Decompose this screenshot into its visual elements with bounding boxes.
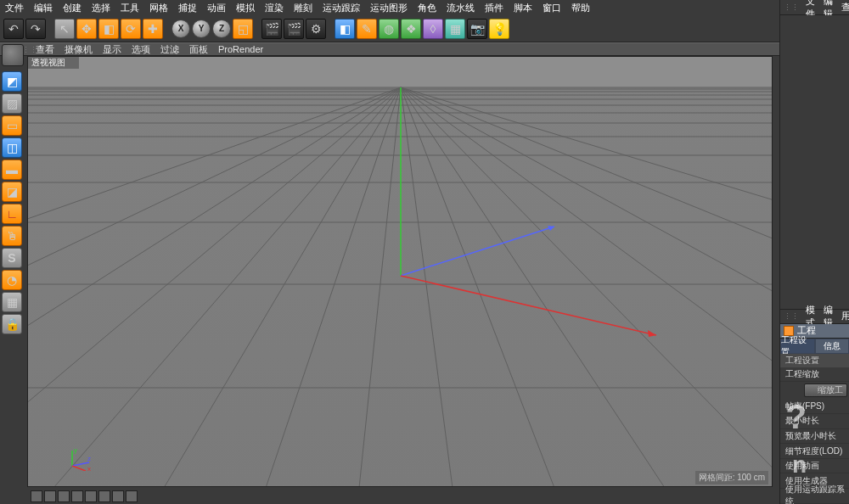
grip-icon: ⋮⋮ [25,44,34,56]
menu-edit[interactable]: 编辑 [32,2,54,14]
menu-render[interactable]: 渲染 [263,2,285,14]
object-manager-tabs: ⋮⋮ 文件 编辑 查 [780,0,849,15]
menu-file[interactable]: 文件 [3,2,25,14]
row-use-anim[interactable]: 使用动画 [780,459,849,474]
light-button[interactable]: 💡 [489,19,509,39]
make-editable-icon[interactable] [2,44,24,66]
render-settings-button[interactable]: ⚙ [306,19,326,39]
menu-character[interactable]: 角色 [416,2,438,14]
timeline-btn-7[interactable] [112,490,124,502]
workplane-button[interactable]: ▭ [2,115,22,136]
svg-line-39 [72,466,86,471]
y-axis-toggle[interactable]: Y [192,20,211,38]
model-mode-button[interactable]: ◩ [2,71,22,92]
timeline-btn-5[interactable] [85,490,97,502]
locked-workplane-button[interactable]: ▦ [2,292,22,312]
attribute-manager-tabs: ⋮⋮ 模式 编辑 用 [780,309,849,324]
scale-project-button[interactable]: 缩放工 [804,384,847,397]
render-view-button[interactable]: 🎬 [261,19,282,39]
axis-gizmo: y x z [67,445,93,471]
z-axis-toggle[interactable]: Z [212,20,231,38]
main-toolbar: ↶ ↷ ↖ ✥ ◧ ⟳ ✚ X Y Z ◱ 🎬 🎬 ⚙ ◧ ✎ ◍ ❖ ◊ ▦ … [0,15,849,42]
watermark-n-icon: n [792,451,807,479]
tab-info[interactable]: 信息 [815,339,850,354]
viewmenu-display[interactable]: 显示 [103,43,121,56]
viewport-solo-button[interactable]: 🔒 [2,314,22,334]
svg-text:z: z [87,455,91,462]
live-select-tool[interactable]: ↖ [54,19,75,39]
redo-button[interactable]: ↷ [25,19,46,39]
attribute-section-header: 工程设置 [780,354,849,367]
watermark-question-icon: ? [786,398,807,436]
move-tool[interactable]: ✥ [76,19,97,39]
pen-tool-button[interactable]: ✎ [357,19,377,39]
viewmenu-filter[interactable]: 过滤 [160,43,179,56]
snap-toggle-button[interactable]: S [2,248,22,268]
menu-tools[interactable]: 工具 [119,2,141,14]
row-project-scale: 工程缩放 [780,367,849,383]
scale-tool[interactable]: ◧ [98,19,119,39]
menu-mesh[interactable]: 网格 [148,2,170,14]
viewmenu-prorender[interactable]: ProRender [218,44,263,54]
menu-snap[interactable]: 捕捉 [177,2,199,14]
viewmenu-options[interactable]: 选项 [132,43,150,56]
viewport-menu-bar: ⋮⋮ 查看 摄像机 显示 选项 过滤 面板 ProRender [0,42,849,56]
menu-help[interactable]: 帮助 [570,2,592,14]
environment-button[interactable]: ▦ [445,19,465,39]
menu-script[interactable]: 脚本 [512,2,534,14]
polygon-mode-button[interactable]: ◪ [2,182,22,202]
render-pv-button[interactable]: 🎬 [284,19,304,39]
svg-text:x: x [87,465,91,471]
nurbs-button[interactable]: ◍ [379,19,399,39]
undo-button[interactable]: ↶ [3,19,24,39]
coord-system-button[interactable]: ◱ [233,19,253,39]
edge-mode-button[interactable]: ▬ [2,160,22,180]
tab-project-settings[interactable]: 工程设置 [780,339,815,354]
attribute-subtabs: 工程设置 信息 [780,339,849,354]
obj-tab-view[interactable]: 查 [841,1,849,14]
object-manager-area[interactable] [780,15,849,309]
generator-button[interactable]: ❖ [401,19,421,39]
viewport-name-label: 透视视图 [31,58,65,67]
last-tool[interactable]: ✚ [143,19,163,39]
timeline-btn-8[interactable] [126,490,138,502]
row-use-motionsys[interactable]: 使用运动跟踪系统 [780,489,849,504]
main-menu-bar: 文件 编辑 创建 选择 工具 网格 捕捉 动画 模拟 渲染 雕刻 运动跟踪 运动… [0,0,849,15]
timeline-btn-3[interactable] [58,490,70,502]
rotate-tool[interactable]: ⟳ [121,19,141,39]
menu-simulate[interactable]: 模拟 [234,2,256,14]
left-tool-palette: ◩ ▨ ▭ ◫ ▬ ◪ ∟ 🖱 S ◔ ▦ 🔒 [0,70,24,336]
svg-text:y: y [74,446,77,454]
viewmenu-panel[interactable]: 面板 [189,43,208,56]
menu-pipeline[interactable]: 流水线 [445,2,476,14]
timeline-btn-1[interactable] [31,490,42,502]
menu-select[interactable]: 选择 [90,2,112,14]
menu-sculpt[interactable]: 雕刻 [292,2,314,14]
timeline-btn-4[interactable] [71,490,83,502]
deformer-button[interactable]: ◊ [423,19,443,39]
menu-create[interactable]: 创建 [61,2,83,14]
attr-tab-user[interactable]: 用 [841,310,849,322]
viewmenu-view[interactable]: 查看 [36,43,54,56]
tweak-button[interactable]: 🖱 [2,226,22,246]
workplane-snap-button[interactable]: ◔ [2,270,22,290]
x-axis-toggle[interactable]: X [171,20,190,38]
grip-icon: ⋮⋮ [787,2,796,14]
camera-button[interactable]: 📷 [467,19,487,39]
timeline-btn-6[interactable] [98,490,110,502]
menu-animate[interactable]: 动画 [205,2,228,14]
texture-mode-button[interactable]: ▨ [2,93,22,114]
menu-window[interactable]: 窗口 [541,2,563,14]
viewmenu-camera[interactable]: 摄像机 [65,43,93,56]
menu-motiontrack[interactable]: 运动跟踪 [321,2,362,14]
timeline-btn-2[interactable] [44,490,56,502]
primitive-cube-button[interactable]: ◧ [335,19,355,39]
menu-mograph[interactable]: 运动图形 [368,2,409,14]
menu-plugins[interactable]: 插件 [483,2,505,14]
svg-line-38 [72,462,89,466]
grid-spacing-label: 网格间距: 100 cm [695,471,768,484]
point-mode-button[interactable]: ◫ [2,137,22,158]
row-lod[interactable]: 细节程度(LOD) [780,444,849,459]
perspective-viewport[interactable]: 透视视图 网格间距: 100 cm y x z [27,56,773,487]
axis-mode-button[interactable]: ∟ [2,204,22,224]
